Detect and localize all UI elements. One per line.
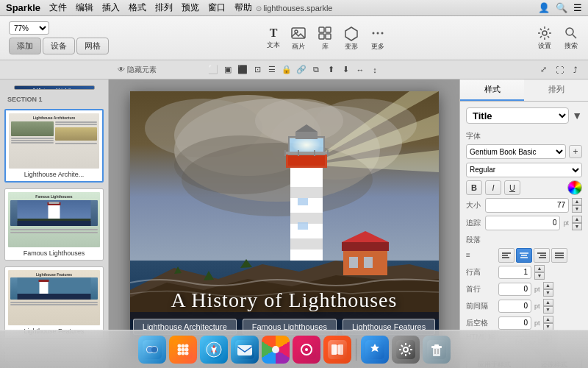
- menu-icon[interactable]: ☰: [573, 2, 582, 13]
- tab-add[interactable]: 添加: [9, 38, 41, 54]
- align-left-button[interactable]: [498, 248, 514, 263]
- flip-h-icon[interactable]: ↔: [354, 63, 367, 77]
- size-stepper[interactable]: ▲ ▼: [572, 198, 582, 213]
- after-para-stepper[interactable]: ▲ ▼: [543, 316, 553, 330]
- line-height-stepper[interactable]: ▲ ▼: [534, 265, 545, 280]
- size-input[interactable]: [485, 198, 569, 213]
- tracking-stepper[interactable]: ▲ ▼: [572, 216, 582, 230]
- line-height-up[interactable]: ▲: [534, 265, 545, 272]
- zoom-control[interactable]: 77% 100% 150%: [9, 21, 116, 35]
- before-para-down[interactable]: ▼: [543, 306, 553, 314]
- tool-transform[interactable]: 变形: [343, 25, 359, 52]
- tab-device[interactable]: 设备: [43, 38, 75, 54]
- menu-help[interactable]: 帮助: [234, 1, 252, 14]
- style-dropdown-arrow[interactable]: ▼: [572, 110, 582, 121]
- line-height-down[interactable]: ▼: [534, 272, 545, 280]
- dock-trash[interactable]: [423, 336, 451, 364]
- visibility-toggle[interactable]: 👁 隐藏元素: [118, 65, 157, 75]
- after-para-down[interactable]: ▼: [543, 323, 553, 330]
- lock-icon[interactable]: 🔒: [280, 63, 293, 77]
- size-icon[interactable]: ⊡: [251, 63, 264, 77]
- after-para-up[interactable]: ▲: [543, 316, 553, 323]
- menu-preview[interactable]: 预览: [182, 1, 199, 14]
- book-cover[interactable]: A History of Lighth...: [14, 85, 95, 90]
- fullscreen-icon[interactable]: ⛶: [553, 63, 566, 77]
- tracking-input[interactable]: [485, 216, 560, 230]
- share-icon[interactable]: ⤴: [569, 63, 582, 77]
- tool-more[interactable]: 更多: [370, 25, 386, 52]
- svg-rect-69: [284, 152, 329, 155]
- size-up-button[interactable]: ▲: [572, 198, 582, 205]
- flip-v-icon[interactable]: ↕: [368, 63, 381, 77]
- svg-rect-3: [326, 27, 331, 32]
- tracking-unit: pt: [563, 219, 569, 227]
- align-justify-button[interactable]: [551, 248, 567, 263]
- style-dropdown[interactable]: Title Heading Body: [466, 107, 569, 124]
- tracking-down-button[interactable]: ▼: [572, 223, 582, 230]
- zoom-select[interactable]: 77% 100% 150%: [9, 21, 49, 35]
- page-item-architecture[interactable]: Lighthouse Architecture: [4, 109, 104, 183]
- tool-search[interactable]: 搜索: [563, 25, 579, 51]
- page-label-famous: Famous Lighthouses: [8, 250, 100, 257]
- italic-button[interactable]: I: [485, 180, 501, 195]
- tab-arrange[interactable]: 排列: [524, 79, 588, 101]
- first-line-stepper[interactable]: ▲ ▼: [543, 282, 553, 297]
- first-line-input[interactable]: [498, 283, 531, 296]
- tool-settings[interactable]: 设置: [537, 25, 553, 51]
- font-style-select[interactable]: Regular Bold Italic: [466, 163, 582, 177]
- after-para-input[interactable]: [498, 316, 531, 330]
- menu-insert[interactable]: 插入: [102, 1, 120, 14]
- before-para-stepper[interactable]: ▲ ▼: [543, 299, 553, 314]
- dock-launchpad[interactable]: [169, 336, 197, 364]
- user-icon[interactable]: 👤: [538, 2, 550, 13]
- menu-arrange[interactable]: 排列: [155, 1, 173, 14]
- menu-format[interactable]: 格式: [129, 1, 146, 14]
- tool-text[interactable]: T 文本: [267, 26, 280, 50]
- dock-safari[interactable]: [200, 336, 228, 364]
- font-add-button[interactable]: +: [569, 145, 582, 158]
- menu-edit[interactable]: 编辑: [76, 1, 93, 14]
- dock-settings[interactable]: [392, 336, 420, 364]
- page-item-features[interactable]: Lighthouse Features Li: [4, 266, 104, 339]
- forward-icon[interactable]: ⬆: [324, 63, 337, 77]
- color-picker[interactable]: [567, 180, 582, 195]
- dock-appstore[interactable]: [361, 336, 389, 364]
- first-line-down[interactable]: ▼: [543, 289, 553, 297]
- group-icon[interactable]: ☰: [265, 63, 279, 77]
- dock-books[interactable]: [323, 336, 351, 364]
- tracking-up-button[interactable]: ▲: [572, 216, 582, 223]
- arrange-icon[interactable]: ⧉: [309, 63, 323, 77]
- align-center-button[interactable]: [516, 248, 532, 263]
- canvas-area[interactable]: A History of Lighthouses Lighthouse Arch…: [109, 79, 459, 368]
- tab-style[interactable]: 样式: [460, 79, 524, 101]
- align-center-icon[interactable]: ▣: [221, 63, 234, 77]
- tab-grid[interactable]: 网格: [76, 38, 109, 54]
- dock-mail[interactable]: [231, 336, 259, 364]
- distribute-icon[interactable]: ⬛: [236, 63, 249, 77]
- link2-icon[interactable]: 🔗: [295, 63, 308, 77]
- dock-finder[interactable]: [138, 336, 166, 364]
- underline-button[interactable]: U: [504, 180, 520, 195]
- before-para-up[interactable]: ▲: [543, 299, 553, 306]
- search-icon[interactable]: 🔍: [556, 2, 567, 13]
- backward-icon[interactable]: ⬇: [339, 63, 352, 77]
- font-family-select[interactable]: Gentium Book Basic: [466, 144, 566, 159]
- dock-photos[interactable]: [262, 336, 290, 364]
- line-height-input[interactable]: [498, 266, 531, 279]
- fit-icon[interactable]: ⤢: [537, 63, 550, 77]
- tool-library[interactable]: 库: [317, 25, 333, 52]
- first-line-up[interactable]: ▲: [543, 282, 553, 289]
- dock-music[interactable]: [293, 336, 320, 364]
- menu-window[interactable]: 窗口: [208, 1, 226, 14]
- align-right-button[interactable]: [534, 248, 550, 263]
- bold-button[interactable]: B: [466, 180, 482, 195]
- menu-file[interactable]: 文件: [49, 1, 67, 14]
- tool-image[interactable]: 画片: [290, 25, 306, 52]
- svg-rect-55: [364, 257, 373, 268]
- before-para-input[interactable]: [498, 300, 531, 313]
- page-item-famous[interactable]: Famous Lighthouses: [4, 188, 104, 261]
- size-down-button[interactable]: ▼: [572, 205, 582, 213]
- align-left-icon[interactable]: ⬜: [207, 63, 220, 77]
- app-name[interactable]: Sparkle: [6, 2, 40, 13]
- svg-point-94: [181, 344, 184, 347]
